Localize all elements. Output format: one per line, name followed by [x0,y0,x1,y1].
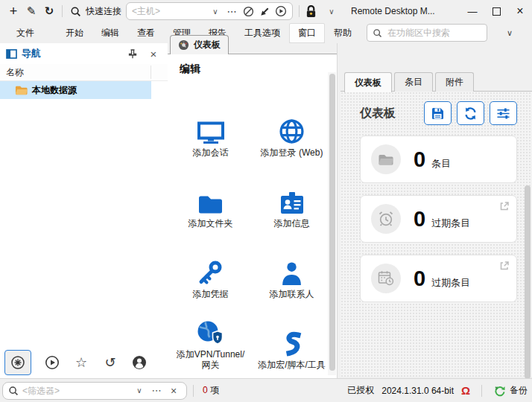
tree-column-header[interactable]: 名称 [0,64,168,81]
tree-item-local-data-source[interactable]: 本地数据源 [0,81,151,99]
statusbar-right: 已授权 2024.1.31.0 64-bit Ω 备份 [347,384,528,397]
add-web-login-button[interactable]: 添加登录 (Web) [252,88,332,159]
pointer-arrow-icon[interactable] [257,4,272,19]
add-folder-button[interactable]: 添加文件夹 [173,159,249,229]
dashboard-side-panel: 仪表板 条目 附件 仪表板 [337,43,532,378]
gauge-icon [178,39,189,51]
filter-box: ∨ ⋯ × [2,382,187,400]
host-input[interactable] [130,5,206,17]
play-circle-icon[interactable] [273,4,288,19]
add-contact-button[interactable]: 添加联系人 [252,229,332,300]
more-options-icon[interactable]: ⋯ [224,4,239,19]
dashboard-actions [424,101,517,125]
more-options-icon[interactable]: ⋯ [149,383,164,398]
refresh-button[interactable] [457,101,484,125]
menu-file[interactable]: 文件 [7,23,43,43]
item-count-unit: 项 [210,385,219,395]
close-panel-icon[interactable]: × [145,45,162,62]
folder-icon [15,85,28,95]
expiring-label: 过期条目 [431,276,470,290]
vertical-scrollbar[interactable] [328,72,336,375]
scrollbar-thumb[interactable] [525,185,531,379]
sessions-view-button[interactable] [44,354,60,371]
tab-dashboard-side[interactable]: 仪表板 [344,72,392,92]
edit-button[interactable]: ✎ [22,2,40,20]
tab-dashboard[interactable]: 仪表板 [170,35,229,54]
maximize-button[interactable] [484,0,508,22]
tab-entries[interactable]: 条目 [394,72,433,92]
tab-attachments[interactable]: 附件 [435,72,474,92]
add-button[interactable]: + [4,2,22,20]
edit-panel-title: 编辑 [180,63,326,76]
menu-home[interactable]: 开始 [57,23,92,43]
external-link-icon[interactable] [498,200,510,211]
search-icon[interactable] [66,2,84,20]
add-session-button[interactable]: 添加会话 [173,88,249,159]
tree-empty-area[interactable] [0,99,168,347]
item-count-number: 0 [203,385,208,395]
titlebar: + ✎ ↻ 快速连接 ∨ ⋯ ∨ Remote Desktop M... [0,0,532,22]
action-label: 添加联系人 [270,290,314,300]
backup-sync-icon[interactable] [493,385,506,397]
calendar-clock-icon [371,264,401,293]
vpn-globe-shield-icon [197,316,224,346]
app-window: + ✎ ↻ 快速连接 ∨ ⋯ ∨ Remote Desktop M... [0,0,532,402]
edit-panel: 编辑 添加会话 添加登录 (Web) [168,54,337,378]
document-tabstrip: 仪表板 [168,43,337,54]
pin-icon[interactable] [124,45,141,62]
data-source-view-button[interactable] [4,350,31,375]
save-button[interactable] [424,101,452,125]
chevron-down-icon[interactable]: ∨ [208,4,223,19]
menu-window[interactable]: 窗口 [289,23,325,43]
id-card-icon [279,185,305,215]
backup-label[interactable]: 备份 [510,384,528,397]
divider [481,385,482,397]
action-label: 添加会话 [193,148,229,159]
settings-sliders-button[interactable] [490,101,517,125]
lock-icon[interactable] [305,5,317,18]
history-view-button[interactable]: ↺ [102,354,118,371]
action-label: 添加文件夹 [189,219,233,229]
refresh-button[interactable]: ↻ [40,2,58,20]
menubar: 文件 开始 编辑 查看 管理 报告 工具选项 窗口 帮助 ∨ [0,22,532,43]
close-button[interactable]: × [508,0,532,22]
menu-view[interactable]: 查看 [128,23,164,43]
column-divider [151,66,151,79]
favorites-view-button[interactable]: ☆ [73,354,89,371]
navigation-title: 导航 [22,47,41,60]
folder-icon [197,185,224,215]
license-status[interactable]: 已授权 [347,384,374,397]
expired-entries-card[interactable]: 0 过期条目 [360,195,517,243]
scrollbar-thumb[interactable] [329,74,335,371]
add-vpn-tunnel-gateway-button[interactable]: 添加VPN/Tunnel/网关 [173,300,249,371]
circle-slash-icon[interactable] [241,4,256,19]
minimize-button[interactable]: — [460,0,484,22]
ribbon-collapse-icon[interactable]: ∨ [323,2,341,20]
add-actions-grid: 添加会话 添加登录 (Web) 添加文件夹 [178,88,326,371]
quick-connect-label: 快速连接 [86,5,121,18]
menu-edit[interactable]: 编辑 [92,23,128,43]
vertical-scrollbar[interactable] [524,144,531,372]
add-macro-script-tool-button[interactable]: 添加宏/脚本/工具 [252,300,332,371]
expiring-entries-card[interactable]: 0 过期条目 [360,255,517,302]
add-information-button[interactable]: 添加信息 [252,159,332,229]
dashboard-cards: 0 条目 0 过期条目 0 [360,135,517,302]
menu-help[interactable]: 帮助 [325,23,361,43]
ribbon-search-input[interactable] [386,27,481,39]
expiring-count: 0 [414,268,425,290]
side-panel-tabs: 仪表板 条目 附件 [344,72,474,92]
magnet-icon[interactable]: Ω [461,385,470,396]
menu-tools[interactable]: 工具选项 [235,23,289,43]
user-profile-button[interactable] [131,354,148,371]
ribbon-expand-icon[interactable]: ∨ [507,28,513,38]
filter-input[interactable] [21,385,130,397]
panel-icon [6,49,17,59]
action-label: 添加信息 [274,219,310,229]
add-credential-button[interactable]: 添加凭据 [173,229,249,300]
chevron-down-icon[interactable]: ∨ [132,383,147,398]
external-link-icon[interactable] [498,260,510,271]
entries-card[interactable]: 0 条目 [360,135,517,183]
clear-filter-icon[interactable]: × [166,383,181,398]
action-label: 添加宏/脚本/工具 [258,360,326,371]
version-label[interactable]: 2024.1.31.0 64-bit [381,386,454,396]
